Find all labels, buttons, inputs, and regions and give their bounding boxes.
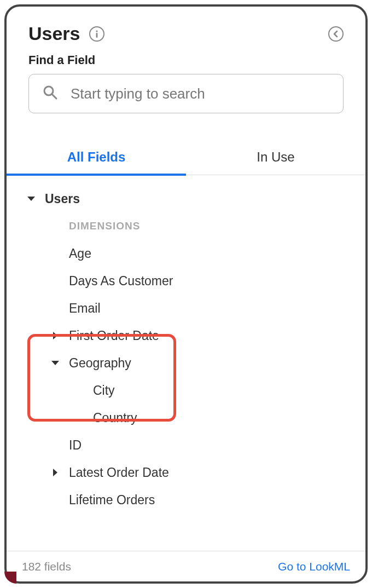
tabs: All Fields In Use — [7, 140, 365, 175]
svg-point-0 — [96, 30, 97, 32]
page-title: Users — [28, 23, 80, 44]
tab-all-fields[interactable]: All Fields — [7, 140, 186, 175]
field-age[interactable]: Age — [23, 240, 349, 267]
field-days-as-customer[interactable]: Days As Customer — [23, 267, 349, 295]
go-to-lookml-link[interactable]: Go to LookML — [278, 560, 350, 573]
field-count: 182 fields — [22, 560, 71, 573]
field-first-order-date[interactable]: First Order Date — [23, 322, 349, 349]
svg-rect-1 — [96, 33, 97, 38]
view-label: Users — [39, 192, 80, 206]
footer: 182 fields Go to LookML — [7, 551, 365, 581]
field-country[interactable]: Country — [23, 404, 349, 431]
tab-in-use[interactable]: In Use — [186, 140, 365, 175]
field-latest-order-date[interactable]: Latest Order Date — [23, 459, 349, 486]
chevron-down-icon — [23, 197, 39, 201]
info-icon[interactable] — [89, 26, 104, 42]
field-lifetime-orders[interactable]: Lifetime Orders — [23, 486, 349, 514]
chevron-right-icon — [47, 469, 63, 476]
field-geography[interactable]: Geography — [23, 349, 349, 377]
view-users[interactable]: Users — [23, 185, 349, 212]
search-box[interactable] — [28, 74, 344, 113]
search-label: Find a Field — [28, 53, 344, 67]
svg-line-3 — [53, 95, 57, 99]
field-email[interactable]: Email — [23, 295, 349, 322]
chevron-right-icon — [47, 332, 63, 339]
section-dimensions: Dimensions — [23, 212, 349, 240]
collapse-panel-icon[interactable] — [328, 26, 344, 42]
field-tree: Users Dimensions Age Days As Customer Em… — [7, 175, 365, 551]
search-input[interactable] — [69, 85, 330, 103]
field-id[interactable]: ID — [23, 431, 349, 459]
search-icon — [42, 84, 59, 103]
corner-badge — [4, 572, 16, 584]
field-city[interactable]: City — [23, 377, 349, 404]
chevron-down-icon — [47, 361, 63, 365]
